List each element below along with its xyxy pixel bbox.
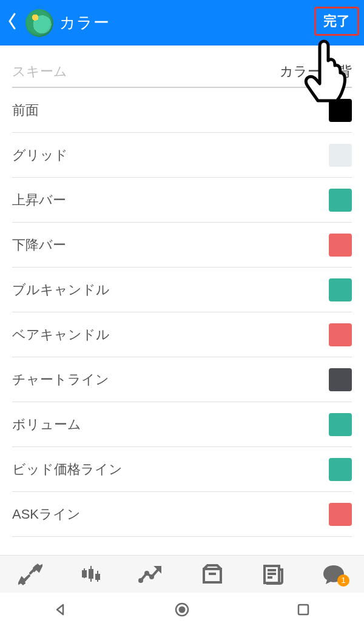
- svg-marker-1: [36, 566, 41, 571]
- scheme-label: スキーム: [12, 62, 67, 81]
- color-row-ask-line[interactable]: ASKライン: [12, 492, 352, 537]
- color-row-label: 上昇バー: [12, 191, 66, 209]
- settings-list: スキーム カラー(白背 前面グリッド上昇バー下降バーブルキャンドルベアキャンドル…: [0, 45, 364, 573]
- svg-point-4: [146, 572, 148, 574]
- scheme-selector[interactable]: スキーム カラー(白背: [12, 45, 352, 88]
- nav-back[interactable]: [24, 594, 97, 625]
- messages-badge: 1: [337, 574, 349, 587]
- color-row-label: 下降バー: [12, 236, 66, 254]
- color-swatch[interactable]: [329, 368, 352, 391]
- back-button[interactable]: [5, 10, 19, 36]
- svg-point-9: [337, 573, 339, 575]
- color-row-label: ASKライン: [12, 505, 81, 523]
- color-row-label: ベアキャンドル: [12, 326, 110, 344]
- color-row-label: ブルキャンドル: [12, 281, 110, 299]
- bottom-tab-bar: 1: [0, 555, 364, 593]
- color-row-label: ボリューム: [12, 416, 81, 434]
- svg-point-3: [140, 579, 142, 582]
- svg-point-5: [150, 576, 153, 578]
- svg-marker-0: [19, 578, 24, 583]
- color-row-bar-down[interactable]: 下降バー: [12, 223, 352, 268]
- nav-home[interactable]: [146, 594, 218, 625]
- tab-trade[interactable]: [127, 556, 176, 593]
- svg-point-7: [328, 573, 331, 575]
- svg-point-8: [332, 573, 335, 575]
- app-logo-icon: [25, 9, 53, 37]
- color-row-bull-candle[interactable]: ブルキャンドル: [12, 268, 352, 312]
- color-swatch[interactable]: [329, 144, 352, 167]
- scheme-value: カラー(白背: [280, 62, 352, 81]
- color-row-grid[interactable]: グリッド: [12, 133, 352, 178]
- color-row-chart-line[interactable]: チャートライン: [12, 357, 352, 402]
- color-swatch[interactable]: [329, 278, 352, 301]
- color-row-bear-candle[interactable]: ベアキャンドル: [12, 312, 352, 357]
- done-button[interactable]: 完了: [314, 7, 359, 36]
- android-nav-bar: [0, 593, 364, 626]
- color-row-label: ビッド価格ライン: [12, 460, 123, 479]
- tab-history[interactable]: [188, 556, 237, 593]
- color-swatch[interactable]: [329, 458, 352, 481]
- color-row-label: グリッド: [12, 146, 68, 164]
- color-row-foreground[interactable]: 前面: [12, 88, 352, 133]
- nav-recent[interactable]: [267, 594, 340, 625]
- color-row-label: 前面: [12, 101, 39, 119]
- tab-quotes[interactable]: [6, 556, 55, 593]
- color-swatch[interactable]: [329, 323, 352, 346]
- tab-messages[interactable]: 1: [309, 556, 358, 593]
- color-row-bid-line[interactable]: ビッド価格ライン: [12, 447, 352, 492]
- color-row-bar-up[interactable]: 上昇バー: [12, 178, 352, 223]
- color-swatch[interactable]: [329, 234, 352, 257]
- color-row-label: チャートライン: [12, 371, 109, 389]
- svg-point-11: [179, 606, 186, 613]
- tab-news[interactable]: [249, 556, 297, 593]
- color-swatch[interactable]: [329, 503, 352, 526]
- tab-chart[interactable]: [67, 556, 115, 593]
- color-row-volume[interactable]: ボリューム: [12, 402, 352, 447]
- svg-rect-12: [298, 605, 308, 614]
- page-title: カラー: [59, 12, 110, 33]
- color-swatch[interactable]: [329, 413, 352, 436]
- color-swatch[interactable]: [329, 189, 352, 212]
- color-swatch[interactable]: [329, 99, 352, 122]
- app-bar: カラー 完了: [0, 0, 364, 45]
